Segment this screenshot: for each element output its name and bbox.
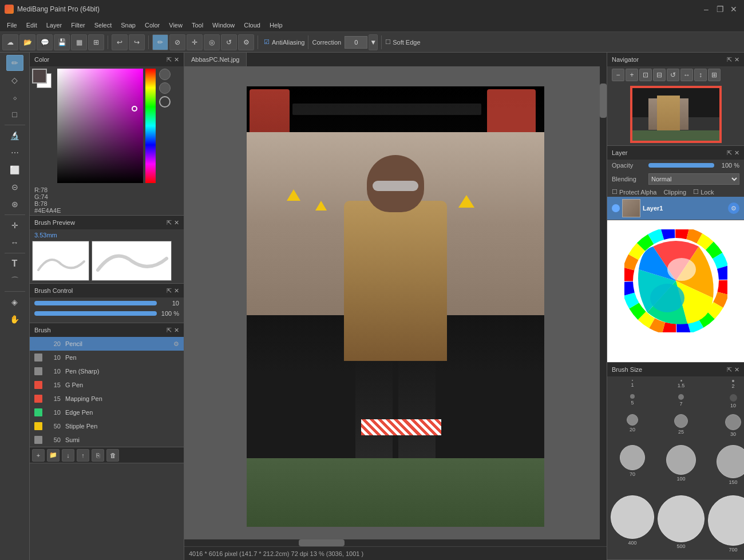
brush-size-icons[interactable]: ⇱ ✕ [727, 366, 739, 374]
tool-dots[interactable]: ⋯ [6, 145, 23, 161]
toolbar-save[interactable]: 💾 [54, 34, 70, 50]
correction-input[interactable] [345, 36, 367, 49]
protect-alpha-cb[interactable]: ☐ Protect Alpha [612, 188, 656, 196]
toolbar-circle[interactable]: ◎ [204, 34, 220, 50]
toolbar-grid[interactable]: ⊞ [88, 34, 104, 50]
bs-150[interactable]: 150 [707, 444, 744, 493]
lock-cb[interactable]: ☐ Lock [693, 188, 714, 196]
nav-fit[interactable]: ⊡ [639, 69, 652, 81]
toolbar-speech[interactable]: 💬 [37, 34, 53, 50]
layer-panel-icons[interactable]: ⇱ ✕ [727, 149, 739, 157]
layer-panel-expand[interactable]: ⇱ [727, 149, 732, 157]
toolbar-redo[interactable]: ↪ [129, 34, 145, 50]
brush-control-expand[interactable]: ⇱ [167, 287, 172, 295]
brush-item-edge-pen[interactable]: 10 Edge Pen [30, 406, 184, 419]
toolbar-layers[interactable]: ▦ [71, 34, 87, 50]
menu-filter[interactable]: Filter [66, 21, 89, 30]
bs-1.5[interactable]: 1.5 [656, 379, 706, 392]
canvas-vscrollbar[interactable] [600, 66, 607, 546]
nav-rotate-ccw[interactable]: ↺ [667, 69, 679, 81]
bs-20[interactable]: 20 [610, 413, 655, 443]
menu-layer[interactable]: Layer [42, 21, 67, 30]
brush-item-stipple-pen[interactable]: 50 Stipple Pen [30, 419, 184, 433]
layer-row-1[interactable]: Layer1 ⚙ [607, 197, 744, 220]
brush-panel-close[interactable]: ✕ [174, 327, 179, 334]
brush-item-pen-sharp[interactable]: 10 Pen (Sharp) [30, 364, 184, 378]
brush-size-expand[interactable]: ⇱ [727, 366, 732, 374]
canvas-hscrollbar[interactable] [184, 539, 600, 546]
brush-folder-btn[interactable]: 📁 [47, 449, 60, 462]
nav-zoom-in[interactable]: + [626, 69, 638, 81]
bs-5[interactable]: 5 [610, 393, 655, 412]
opacity-slider[interactable] [648, 163, 714, 168]
bs-500[interactable]: 500 [656, 494, 706, 557]
tool-shape[interactable]: □ [6, 106, 23, 122]
tool-magic-wand[interactable]: ⊛ [6, 196, 23, 212]
canvas-vscrollbar-thumb[interactable] [600, 84, 607, 118]
brush-settings-icon[interactable]: ⚙ [173, 340, 179, 348]
brush-copy-btn[interactable]: ⎘ [92, 449, 104, 462]
color-wheel-container[interactable] [607, 220, 744, 341]
bs-30[interactable]: 30 [707, 413, 744, 443]
opacity-slider[interactable] [34, 311, 157, 316]
toolbar-transform[interactable]: ✛ [187, 34, 203, 50]
titlebar-controls[interactable]: – ❐ ✕ [701, 3, 739, 15]
correction-dropdown[interactable]: ▼ [369, 34, 378, 50]
bs-7[interactable]: 7 [656, 393, 706, 412]
toolbar-open[interactable]: 📂 [19, 34, 35, 50]
tool-text[interactable]: T [6, 256, 23, 272]
toolbar-lasso[interactable]: ⊘ [169, 34, 185, 50]
layer-panel-close[interactable]: ✕ [734, 149, 739, 157]
tool-fill[interactable]: ⬦ [6, 89, 23, 105]
bs-10[interactable]: 10 [707, 393, 744, 412]
menu-view[interactable]: View [164, 21, 187, 30]
canvas-wrapper[interactable] [184, 66, 607, 546]
menu-select[interactable]: Select [90, 21, 117, 30]
brush-panel-icons[interactable]: ⇱ ✕ [167, 327, 179, 334]
canvas-hscrollbar-thumb[interactable] [299, 539, 345, 546]
menu-snap[interactable]: Snap [116, 21, 140, 30]
layer-settings-btn[interactable]: ⚙ [728, 202, 739, 214]
brush-size-close[interactable]: ✕ [734, 366, 739, 374]
brush-export-btn[interactable]: ↑ [77, 449, 89, 462]
tool-eyedropper[interactable]: 🔬 [6, 128, 23, 144]
menu-color[interactable]: Color [140, 21, 164, 30]
bs-25[interactable]: 25 [656, 413, 706, 443]
color-panel-icons[interactable]: ⇱ ✕ [167, 56, 179, 63]
bs-70[interactable]: 70 [610, 444, 655, 493]
size-slider[interactable] [34, 301, 157, 305]
tool-eraser[interactable]: ◇ [6, 72, 23, 88]
color-extra-btn1[interactable] [159, 69, 171, 80]
brush-item-mapping-pen[interactable]: 15 Mapping Pen [30, 392, 184, 406]
menu-edit[interactable]: Edit [22, 21, 42, 30]
navigator-icons[interactable]: ⇱ ✕ [727, 56, 739, 63]
protect-alpha-checkbox[interactable]: ☐ [612, 188, 618, 196]
toolbar-cloud[interactable]: ☁ [2, 34, 18, 50]
nav-grid[interactable]: ⊞ [708, 69, 721, 81]
maximize-button[interactable]: ❐ [714, 3, 726, 15]
menu-tool[interactable]: Tool [187, 21, 208, 30]
brush-control-close[interactable]: ✕ [174, 287, 179, 295]
color-wheel-svg[interactable] [624, 229, 727, 332]
toolbar-settings[interactable]: ⚙ [238, 34, 254, 50]
bs-400[interactable]: 400 [610, 494, 655, 557]
brush-control-icons[interactable]: ⇱ ✕ [167, 287, 179, 295]
color-extra-btn2[interactable] [159, 82, 171, 94]
bs-700[interactable]: 700 [707, 494, 744, 557]
color-panel-expand[interactable]: ⇱ [167, 56, 172, 63]
lock-checkbox[interactable]: ☐ [693, 188, 699, 196]
bs-1[interactable]: 1 [610, 379, 655, 392]
close-button[interactable]: ✕ [728, 3, 739, 15]
brush-preview-expand[interactable]: ⇱ [167, 219, 172, 227]
tool-path[interactable]: ⌒ [6, 273, 23, 289]
brush-preview-icons[interactable]: ⇱ ✕ [167, 219, 179, 227]
blending-dropdown[interactable]: Normal Multiply Screen Overlay [648, 173, 739, 185]
minimize-button[interactable]: – [701, 3, 712, 15]
navigator-close[interactable]: ✕ [734, 56, 739, 63]
drawing-canvas[interactable] [247, 86, 544, 527]
toolbar-undo[interactable]: ↩ [112, 34, 128, 50]
menu-window[interactable]: Window [208, 21, 239, 30]
tool-picker2[interactable]: ◈ [6, 294, 23, 310]
brush-item-pen[interactable]: 10 Pen [30, 351, 184, 364]
soft-edge-checkbox[interactable]: ☐ [385, 38, 391, 46]
